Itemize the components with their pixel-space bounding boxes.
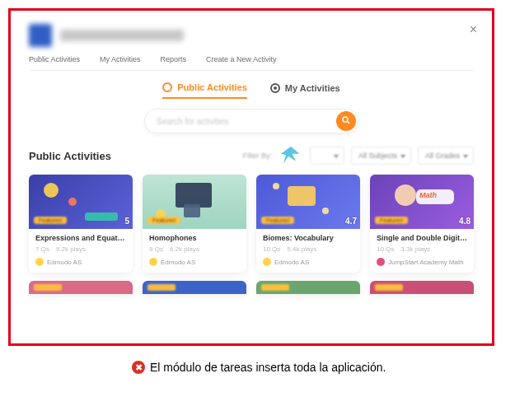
search-button[interactable] xyxy=(336,111,356,131)
card-plays: 5.4k plays xyxy=(287,245,316,253)
card-questions: 10 Qs xyxy=(377,245,394,253)
featured-badge xyxy=(147,284,176,291)
card-questions: 7 Qs xyxy=(35,245,49,253)
error-frame: × Public Activities My Activities Report… xyxy=(8,8,494,346)
error-caption: ✖ El módulo de tareas inserta toda la ap… xyxy=(8,361,521,374)
source-icon xyxy=(35,258,44,266)
person-icon xyxy=(270,83,280,93)
app-brand xyxy=(29,24,474,47)
card-source: Edmodo AS xyxy=(35,258,126,266)
card-thumbnail: Featured 5 xyxy=(29,175,133,229)
card-plays: 9.2k plays xyxy=(56,245,86,253)
nav-my-activities[interactable]: My Activities xyxy=(100,55,141,63)
card-plays: 6.2k plays xyxy=(170,245,199,253)
select-value: All Subjects xyxy=(358,152,397,160)
error-icon: ✖ xyxy=(132,361,145,374)
card-source: JumpStart Academy Math xyxy=(377,258,467,266)
card-body: Homophones 9 Qs 6.2k plays Edmodo AS xyxy=(143,229,246,273)
card-body: Single and Double Digit… 10 Qs 3.3k play… xyxy=(370,229,474,273)
activity-card-peek[interactable] xyxy=(256,281,360,294)
math-label: Math xyxy=(419,191,437,199)
activity-card[interactable]: Featured Homophones 9 Qs 6.2k plays Edmo… xyxy=(143,175,246,273)
activity-card-peek[interactable] xyxy=(370,281,474,294)
card-body: Biomes: Vocabulary 10 Qs 5.4k plays Edmo… xyxy=(256,229,360,273)
x-icon: ✖ xyxy=(135,362,143,373)
search-box xyxy=(144,109,358,133)
card-meta: 10 Qs 3.3k plays xyxy=(377,245,467,253)
activity-card[interactable]: Featured 4.7 Biomes: Vocabulary 10 Qs 5.… xyxy=(256,175,360,273)
source-label: JumpStart Academy Math xyxy=(388,259,464,266)
card-source: Edmodo AS xyxy=(263,258,353,266)
source-label: Edmodo AS xyxy=(47,259,82,266)
card-rating: 4.8 xyxy=(459,217,470,226)
card-questions: 9 Qs xyxy=(149,245,163,253)
featured-badge xyxy=(261,284,289,291)
source-icon xyxy=(377,258,385,266)
filter-select-grades[interactable]: All Grades xyxy=(418,147,474,165)
featured-badge xyxy=(34,284,62,291)
activity-cards: Featured 5 Expressions and Equati… 7 Qs … xyxy=(29,175,474,273)
source-icon xyxy=(149,258,157,266)
featured-badge: Featured xyxy=(375,217,408,224)
source-icon xyxy=(263,258,271,266)
card-plays: 3.3k plays xyxy=(400,245,430,253)
card-meta: 7 Qs 9.2k plays xyxy=(35,245,126,253)
card-title: Single and Double Digit… xyxy=(377,234,467,242)
nav-public-activities[interactable]: Public Activities xyxy=(29,55,80,63)
card-title: Expressions and Equati… xyxy=(35,234,126,242)
tab-my-activities[interactable]: My Activities xyxy=(270,82,340,99)
brand-name-blurred xyxy=(60,30,184,41)
source-label: Edmodo AS xyxy=(161,259,195,266)
select-value: All Grades xyxy=(425,152,460,160)
tab-label: My Activities xyxy=(285,83,340,93)
card-thumbnail: Featured xyxy=(143,175,246,229)
activity-card[interactable]: Math Featured 4.8 Single and Double Digi… xyxy=(370,175,474,273)
activity-card-peek[interactable] xyxy=(143,281,246,294)
filter-select-blank[interactable] xyxy=(310,147,344,165)
featured-badge: Featured xyxy=(261,217,294,224)
filter-select-subjects[interactable]: All Subjects xyxy=(351,147,411,165)
activity-card-peek[interactable] xyxy=(29,281,133,294)
card-meta: 9 Qs 6.2k plays xyxy=(149,245,240,253)
card-title: Biomes: Vocabulary xyxy=(263,234,353,242)
filter-label: Filter By: xyxy=(242,152,272,160)
featured-badge: Featured xyxy=(147,217,180,224)
brand-logo xyxy=(29,24,52,47)
card-questions: 10 Qs xyxy=(263,245,280,253)
featured-badge: Featured xyxy=(34,217,67,224)
search-row xyxy=(29,109,474,133)
tab-label: Public Activities xyxy=(177,82,247,92)
filter-bar: Filter By: All Subjects All Grades xyxy=(242,145,474,166)
tab-public-activities[interactable]: Public Activities xyxy=(162,82,247,99)
next-row-peek xyxy=(29,281,474,294)
svg-point-0 xyxy=(343,117,348,122)
nav-create-activity[interactable]: Create a New Activity xyxy=(206,55,277,63)
featured-badge xyxy=(375,284,403,291)
card-thumbnail: Featured 4.7 xyxy=(256,175,360,229)
search-icon xyxy=(341,115,351,128)
top-nav: Public Activities My Activities Reports … xyxy=(29,55,474,71)
card-thumbnail: Math Featured 4.8 xyxy=(370,175,474,229)
card-meta: 10 Qs 5.4k plays xyxy=(263,245,353,253)
card-title: Homophones xyxy=(149,234,240,242)
task-module: × Public Activities My Activities Report… xyxy=(11,11,492,343)
bird-logo-icon xyxy=(279,145,303,166)
svg-line-1 xyxy=(348,121,350,124)
activity-tabs: Public Activities My Activities xyxy=(29,82,474,99)
globe-icon xyxy=(162,82,172,92)
source-label: Edmodo AS xyxy=(274,259,309,266)
activity-card[interactable]: Featured 5 Expressions and Equati… 7 Qs … xyxy=(29,175,133,273)
search-input[interactable] xyxy=(157,117,336,126)
nav-reports[interactable]: Reports xyxy=(161,55,187,63)
section-header: Public Activities Filter By: All Subject… xyxy=(29,145,474,166)
section-title: Public Activities xyxy=(29,150,111,162)
card-rating: 4.7 xyxy=(345,217,357,226)
caption-text: El módulo de tareas inserta toda la apli… xyxy=(150,361,386,374)
card-source: Edmodo AS xyxy=(149,258,240,266)
card-rating: 5 xyxy=(124,217,129,226)
card-body: Expressions and Equati… 7 Qs 9.2k plays … xyxy=(29,229,133,273)
